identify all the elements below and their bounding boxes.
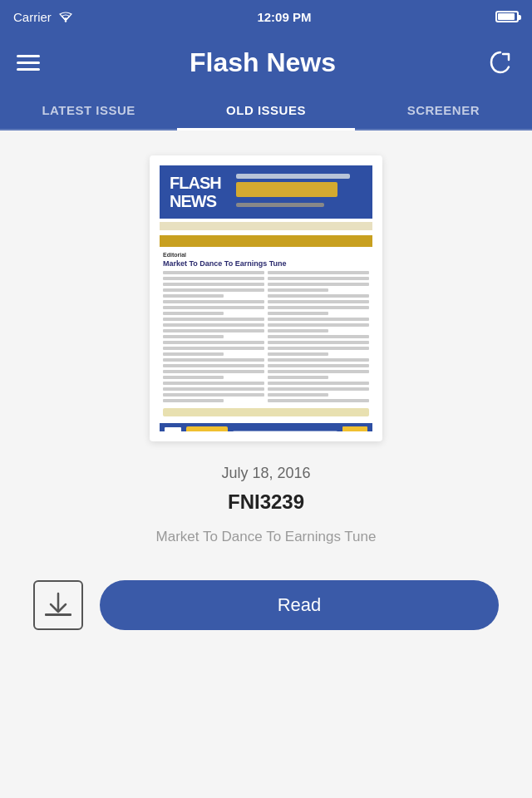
- hamburger-menu-icon[interactable]: [17, 55, 40, 71]
- read-button[interactable]: Read: [100, 580, 499, 630]
- tab-old-issues[interactable]: OLD ISSUES: [177, 91, 354, 129]
- download-button[interactable]: [33, 580, 83, 630]
- newsletter-card[interactable]: FLASH NEWS Editorial Market To Dance To …: [150, 155, 382, 441]
- bottom-actions: Read: [17, 580, 515, 630]
- app-title: Flash News: [190, 47, 336, 78]
- status-bar: Carrier 12:09 PM: [0, 0, 532, 33]
- svg-point-0: [65, 20, 66, 22]
- newsletter-preview: FLASH NEWS Editorial Market To Dance To …: [160, 165, 372, 431]
- app-header: Flash News: [0, 33, 532, 91]
- tab-bar: LATEST ISSUE OLD ISSUES SCREENER: [0, 91, 532, 131]
- carrier-text: Carrier: [13, 10, 52, 24]
- battery-icon: [495, 11, 519, 22]
- refresh-icon[interactable]: [485, 47, 515, 77]
- content-area: FLASH NEWS Editorial Market To Dance To …: [0, 131, 532, 663]
- status-right: [495, 11, 519, 22]
- issue-date: July 18, 2016: [221, 465, 310, 482]
- status-left: Carrier: [13, 10, 73, 24]
- tab-screener[interactable]: SCREENER: [355, 91, 532, 129]
- issue-id: FNI3239: [228, 490, 304, 514]
- download-icon: [45, 590, 71, 620]
- issue-headline: Market To Dance To Earnings Tune: [156, 527, 377, 547]
- status-time: 12:09 PM: [257, 10, 311, 24]
- svg-rect-1: [45, 613, 71, 616]
- wifi-icon: [58, 11, 73, 22]
- tab-latest-issue[interactable]: LATEST ISSUE: [0, 91, 177, 129]
